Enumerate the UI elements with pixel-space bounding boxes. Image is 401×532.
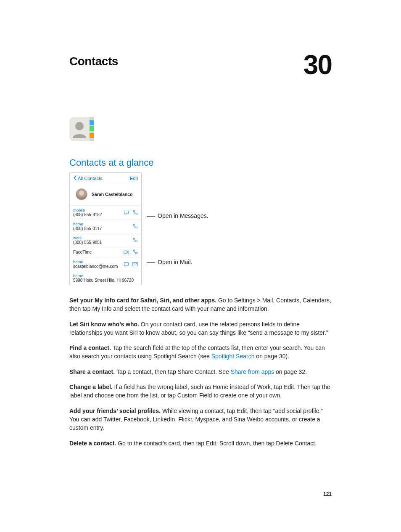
callout-messages-text: Open in Messages. <box>158 212 208 219</box>
callout-mail: Open in Mail. <box>147 259 208 265</box>
message-bubble-icon[interactable] <box>124 262 129 267</box>
p2-bold: Let Siri know who’s who. <box>69 321 141 328</box>
page-number: 121 <box>323 491 332 497</box>
body-text: Set your My Info card for Safari, Siri, … <box>69 296 332 447</box>
phone-value-home: (808) 555-0117 <box>73 226 102 231</box>
phone-value-work: (808) 555-9851 <box>73 240 102 245</box>
phone-icon[interactable] <box>132 249 138 255</box>
phone-icon[interactable] <box>132 210 138 215</box>
chapter-number: 30 <box>303 51 332 78</box>
phone-label-work: work <box>73 236 102 240</box>
chapter-title: Contacts <box>69 55 118 68</box>
spotlight-search-link[interactable]: Spotlight Search <box>211 353 255 360</box>
email-value: scastelblanco@me.com <box>73 264 118 269</box>
svg-rect-6 <box>124 251 127 254</box>
address-value: 5998 Hoku Street Hilo, HI 96720 <box>73 278 138 283</box>
phone-value-mobile: (808) 555-9182 <box>73 212 102 217</box>
address-label: home <box>73 273 138 278</box>
back-button[interactable]: All Contacts <box>73 175 103 181</box>
p3-text-b: on page 30). <box>254 353 289 360</box>
p6-bold: Add your friends’ social profiles. <box>69 408 162 414</box>
p4-text-a: Tap a contact, then tap Share Contact. S… <box>116 368 231 375</box>
back-label: All Contacts <box>78 176 103 181</box>
facetime-label: FaceTime <box>73 250 92 254</box>
phone-icon[interactable] <box>132 224 138 229</box>
phone-label-mobile: mobile <box>73 208 102 212</box>
share-from-apps-link[interactable]: Share from apps <box>231 368 274 375</box>
p4-bold: Share a contact. <box>69 368 116 375</box>
svg-rect-4 <box>90 133 94 138</box>
section-heading: Contacts at a glance <box>69 157 332 168</box>
p3-bold: Find a contact. <box>69 344 113 351</box>
svg-rect-2 <box>90 120 94 125</box>
contact-card-screenshot: All Contacts Edit Sarah Castelblanco mob… <box>69 172 142 285</box>
mail-icon[interactable] <box>132 262 138 267</box>
callout-messages: Open in Messages. <box>147 212 208 219</box>
chevron-left-icon <box>73 175 77 181</box>
avatar <box>76 188 87 200</box>
contacts-app-icon <box>69 117 94 141</box>
video-icon[interactable] <box>124 249 129 255</box>
p5-bold: Change a label. <box>69 384 114 390</box>
phone-icon[interactable] <box>132 238 138 243</box>
callout-mail-text: Open in Mail. <box>158 259 192 265</box>
email-label: home <box>73 259 118 264</box>
p7-bold: Delete a contact. <box>69 440 118 447</box>
svg-rect-3 <box>90 126 94 131</box>
phone-label-home: home <box>73 222 102 226</box>
p7-text: Go to the contact’s card, then tap Edit.… <box>118 440 317 447</box>
edit-button[interactable]: Edit <box>130 176 138 181</box>
svg-point-5 <box>75 122 84 130</box>
p4-text-b: on page 32. <box>274 368 307 375</box>
p1-bold: Set your My Info card for Safari, Siri, … <box>69 297 218 304</box>
message-bubble-icon[interactable] <box>124 210 129 215</box>
contact-name: Sarah Castelblanco <box>92 192 132 197</box>
